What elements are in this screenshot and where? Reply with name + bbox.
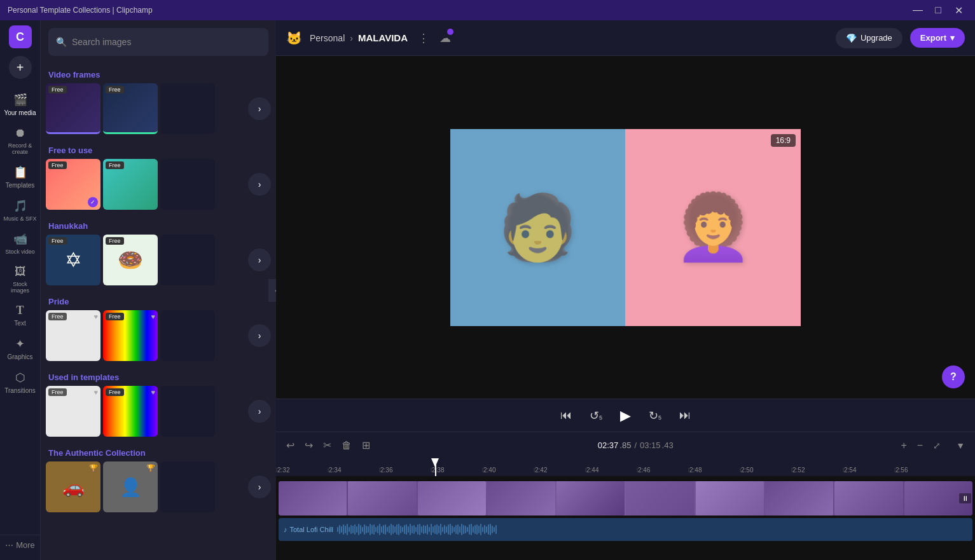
collapse-timeline-button[interactable]: ▼ xyxy=(953,438,967,453)
video-frame-2 xyxy=(348,481,416,516)
audio-track[interactable]: ♪ Total Lofi Chill xyxy=(276,518,975,541)
ruler-mark-252: 2:52 xyxy=(791,467,843,474)
thumb-vf3[interactable] xyxy=(160,83,215,134)
ruler-mark-236: 2:36 xyxy=(379,467,431,474)
thumb-hk2[interactable]: Free 🍩 xyxy=(103,235,158,285)
thumb-pr1[interactable]: Free ♥ xyxy=(46,310,100,361)
thumb-ut1[interactable]: Free ♥ xyxy=(46,386,100,437)
your-media-icon: 🎬 xyxy=(13,93,27,107)
graphics-icon: ✦ xyxy=(15,337,25,351)
thumb-vf1[interactable]: Free xyxy=(46,83,100,134)
vf-more-button[interactable]: › xyxy=(248,97,271,120)
pride-more-button[interactable]: › xyxy=(248,324,271,347)
section-title-free-to-use[interactable]: Free to use xyxy=(46,139,271,159)
current-time-ms: .85 xyxy=(619,440,631,450)
more-button[interactable]: ⋯ More xyxy=(0,535,43,555)
zoom-in-button[interactable]: + xyxy=(898,437,909,454)
sidebar-item-text[interactable]: T Text xyxy=(1,300,39,331)
thumb-vf2[interactable]: Free xyxy=(103,83,158,134)
timeline-ruler: 2:32 2:34 2:36 2:38 2:40 2:42 2:44 2:46 … xyxy=(276,458,975,476)
expand-timeline-button[interactable]: ⤢ xyxy=(930,438,943,453)
thumb-ac3[interactable] xyxy=(160,461,215,512)
redo-button[interactable]: ↪ xyxy=(302,437,315,454)
sidebar-item-music-sfx[interactable]: 🎵 Music & SFX xyxy=(1,195,39,226)
audio-waveform xyxy=(337,523,967,536)
section-title-hanukkah[interactable]: Hanukkah xyxy=(46,215,271,235)
sidebar-label-stock-video: Stock video xyxy=(5,249,35,255)
thumb-pr2[interactable]: Free ♥ xyxy=(103,310,158,361)
authentic-more-button[interactable]: › xyxy=(248,475,271,498)
ruler-mark-248: 2:48 xyxy=(688,467,740,474)
used-more-button[interactable]: › xyxy=(248,400,271,423)
project-options-button[interactable]: ⋮ xyxy=(415,29,432,48)
sidebar-item-transitions[interactable]: ⬡ Transitions xyxy=(1,367,39,398)
play-pause-button[interactable]: ▶ xyxy=(618,405,633,427)
hanukkah-more-button[interactable]: › xyxy=(248,249,271,271)
zoom-out-button[interactable]: − xyxy=(915,437,925,454)
split-button[interactable]: ⊞ xyxy=(359,437,373,454)
section-title-pride[interactable]: Pride xyxy=(46,290,271,310)
thumb-pr3[interactable] xyxy=(160,310,215,361)
project-name[interactable]: MALAVIDA xyxy=(358,32,408,43)
thumb-ft2[interactable]: Free xyxy=(103,159,158,210)
skip-to-end-button[interactable]: ⏭ xyxy=(677,406,693,425)
time-display: 02:37 .85 / 03:15 .43 xyxy=(598,440,674,450)
stock-images-icon: 🖼 xyxy=(15,265,26,278)
sidebar-item-your-media[interactable]: 🎬 Your media xyxy=(1,89,39,120)
free-badge: Free xyxy=(48,86,67,93)
ruler-mark-240: 2:40 xyxy=(482,467,534,474)
audio-track-label: ♪ Total Lofi Chill xyxy=(284,526,333,533)
timeline-tracks: ⏸ ♪ Total Lofi Chill xyxy=(276,476,975,560)
panel-collapse-button[interactable]: ‹ xyxy=(268,279,276,302)
app-logo[interactable]: C xyxy=(9,25,32,48)
trophy-icon: 🏆 xyxy=(89,464,98,472)
sidebar-label-templates: Templates xyxy=(6,182,35,189)
heart-icon: ♥ xyxy=(93,313,98,320)
thumb-ft1[interactable]: Free ✓ xyxy=(46,159,100,210)
ruler-mark-246: 2:46 xyxy=(637,467,688,474)
search-input[interactable] xyxy=(72,37,261,47)
minimize-button[interactable]: ― xyxy=(909,1,927,19)
add-media-button[interactable]: + xyxy=(9,56,32,79)
close-button[interactable]: ✕ xyxy=(950,1,967,19)
ruler-mark-256: 2:56 xyxy=(894,467,946,474)
cloud-save-button[interactable]: ☁ xyxy=(439,31,451,45)
video-preview: 🧑 👩‍🦱 16:9 xyxy=(450,129,801,326)
help-button[interactable]: ? xyxy=(942,365,965,388)
cut-button[interactable]: ✂ xyxy=(321,437,334,454)
breadcrumb-personal[interactable]: Personal xyxy=(310,33,345,43)
maximize-button[interactable]: □ xyxy=(929,1,947,19)
sidebar-item-templates[interactable]: 📋 Templates xyxy=(1,161,39,193)
ruler-mark-254: 2:54 xyxy=(843,467,894,474)
sidebar-item-graphics[interactable]: ✦ Graphics xyxy=(1,333,39,364)
rewind-5s-button[interactable]: ↺5 xyxy=(587,406,605,425)
thumb-ut3[interactable] xyxy=(160,386,215,437)
ftu-more-button[interactable]: › xyxy=(248,173,271,196)
thumb-ac2[interactable]: 👤 🏆 xyxy=(103,461,158,512)
thumb-ft3[interactable] xyxy=(160,159,215,210)
sidebar-item-stock-images[interactable]: 🖼 Stock images xyxy=(1,261,39,297)
thumb-hk3[interactable] xyxy=(160,235,215,285)
templates-icon: 📋 xyxy=(13,165,27,179)
section-title-authentic[interactable]: The Authentic Collection xyxy=(46,442,271,461)
video-track[interactable]: ⏸ xyxy=(276,481,975,516)
thumb-hk1[interactable]: Free ✡ xyxy=(46,235,100,285)
thumb-ut2[interactable]: Free ♥ xyxy=(103,386,158,437)
free-badge: Free xyxy=(48,161,67,169)
section-title-video-frames[interactable]: Video frames xyxy=(46,64,271,83)
text-icon: T xyxy=(16,304,24,317)
delete-button[interactable]: 🗑 xyxy=(339,437,354,454)
undo-button[interactable]: ↩ xyxy=(284,437,297,454)
sidebar-item-stock-video[interactable]: 📹 Stock video xyxy=(1,228,39,259)
top-bar: 🐱 Personal › MALAVIDA ⋮ ☁ 💎 Upgrade Expo… xyxy=(276,20,975,56)
upgrade-button[interactable]: 💎 Upgrade xyxy=(836,28,902,48)
section-title-used-in-templates[interactable]: Used in templates xyxy=(46,366,271,386)
sidebar-item-record-create[interactable]: ⏺ Record &create xyxy=(1,123,39,159)
thumb-ac1[interactable]: 🚗 🏆 xyxy=(46,461,100,512)
free-badge: Free xyxy=(106,388,124,396)
forward-5s-button[interactable]: ↻5 xyxy=(646,406,664,425)
export-button[interactable]: Export ▾ xyxy=(910,28,965,48)
video-track-pause-icon: ⏸ xyxy=(959,493,971,503)
skip-to-start-button[interactable]: ⏮ xyxy=(558,406,574,425)
search-input-wrap[interactable]: 🔍 xyxy=(48,28,268,56)
